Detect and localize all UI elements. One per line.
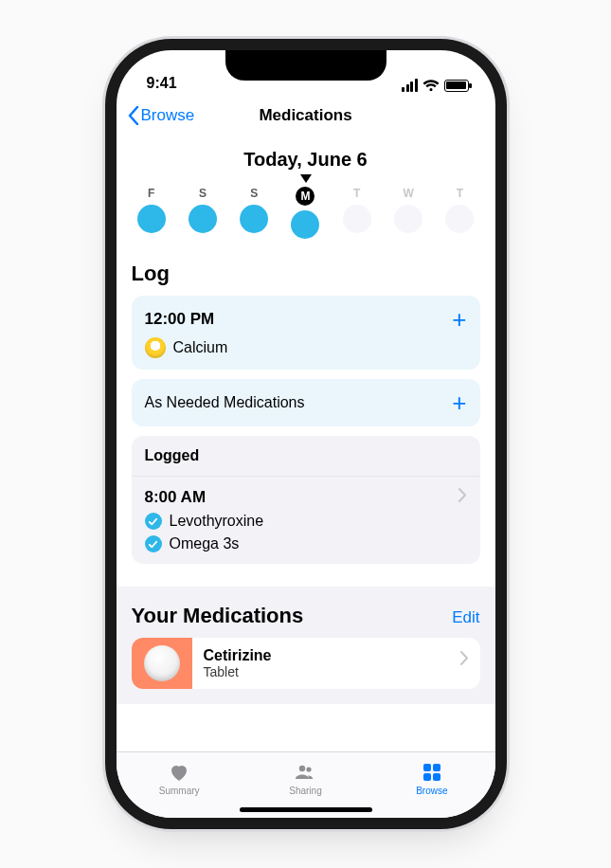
logged-time: 8:00 AM — [145, 488, 467, 507]
status-time: 9:41 — [147, 75, 177, 92]
your-medications-heading: Your Medications — [132, 604, 304, 628]
upcoming-dose-card[interactable]: 12:00 PM + Calcium — [132, 296, 480, 370]
svg-rect-2 — [423, 764, 431, 771]
medication-name: Omega 3s — [170, 535, 240, 552]
pill-icon — [145, 337, 166, 358]
day-letter: F — [148, 187, 154, 200]
day-mon-today[interactable]: M — [279, 187, 331, 239]
as-needed-card[interactable]: As Needed Medications + — [132, 379, 480, 426]
week-calendar-strip[interactable]: F S S M T W T — [126, 187, 486, 239]
home-indicator[interactable] — [240, 807, 372, 812]
medication-name: Calcium — [173, 339, 228, 356]
tab-summary[interactable]: Summary — [117, 752, 243, 805]
day-letter: S — [250, 187, 258, 200]
svg-point-0 — [299, 766, 305, 771]
checkmark-icon — [145, 535, 162, 552]
main-scroll-content[interactable]: Today, June 6 F S S M T — [117, 136, 495, 751]
chevron-left-icon — [128, 106, 139, 125]
grid-icon — [421, 761, 443, 784]
add-dose-button[interactable]: + — [452, 307, 466, 332]
tab-label: Summary — [159, 786, 200, 796]
day-dot-icon — [137, 205, 166, 233]
day-letter: M — [296, 187, 314, 206]
people-icon — [294, 761, 316, 784]
heart-icon — [168, 761, 190, 784]
day-dot-icon — [343, 205, 371, 233]
day-letter: T — [457, 187, 463, 200]
chevron-right-icon — [460, 651, 469, 665]
cellular-signal-icon — [402, 79, 418, 92]
back-button[interactable]: Browse — [128, 106, 195, 125]
log-section-heading: Log — [132, 262, 480, 286]
medication-art-icon — [132, 638, 192, 689]
tab-browse[interactable]: Browse — [368, 752, 494, 805]
svg-rect-4 — [423, 773, 431, 781]
svg-rect-3 — [433, 764, 440, 771]
tab-label: Sharing — [289, 786, 321, 796]
svg-rect-5 — [433, 773, 440, 781]
day-dot-icon — [240, 205, 268, 233]
day-fri[interactable]: F — [126, 187, 177, 239]
day-dot-icon — [189, 205, 217, 233]
navigation-bar: Browse Medications — [117, 96, 495, 136]
day-thu[interactable]: T — [434, 187, 485, 239]
wifi-icon — [422, 80, 440, 92]
add-as-needed-button[interactable]: + — [452, 390, 466, 415]
day-dot-icon — [291, 210, 319, 239]
day-dot-icon — [394, 205, 422, 233]
medication-name: Levothyroxine — [170, 513, 264, 530]
your-medications-header-row: Your Medications Edit — [117, 587, 495, 638]
logged-card[interactable]: Logged 8:00 AM Levothyroxine Omega 3s — [132, 436, 480, 564]
dose-time: 12:00 PM — [145, 310, 215, 329]
day-tue[interactable]: T — [332, 187, 383, 239]
page-title: Medications — [259, 106, 351, 125]
day-sat[interactable]: S — [177, 187, 228, 239]
today-triangle-icon — [300, 174, 312, 183]
medication-form: Tablet — [204, 664, 272, 679]
day-dot-icon — [445, 205, 474, 233]
day-wed[interactable]: W — [383, 187, 434, 239]
as-needed-label: As Needed Medications — [145, 394, 305, 411]
iphone-frame: 9:41 Browse Medications Today, June 6 F — [117, 50, 495, 818]
logged-header: Logged — [132, 436, 480, 477]
svg-point-1 — [307, 767, 312, 771]
chevron-right-icon — [458, 488, 467, 502]
battery-icon — [444, 80, 469, 92]
day-letter: S — [199, 187, 207, 200]
day-sun[interactable]: S — [228, 187, 279, 239]
tab-bar: Summary Sharing Browse — [117, 751, 495, 818]
back-label: Browse — [141, 106, 195, 125]
edit-button[interactable]: Edit — [452, 608, 479, 627]
date-header: Today, June 6 — [132, 149, 480, 171]
tab-label: Browse — [416, 786, 447, 796]
medication-name: Cetirizine — [204, 647, 272, 664]
checkmark-icon — [145, 513, 162, 530]
notch — [225, 50, 386, 81]
tablet-icon — [144, 645, 180, 681]
medication-card[interactable]: Cetirizine Tablet — [132, 638, 480, 689]
tab-sharing[interactable]: Sharing — [243, 752, 368, 805]
day-letter: W — [403, 187, 413, 200]
day-letter: T — [353, 187, 360, 200]
